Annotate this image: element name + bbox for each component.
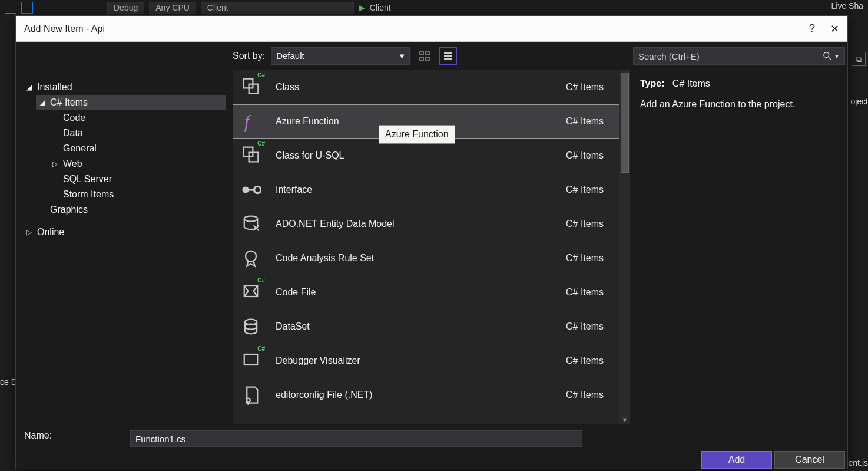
- svg-rect-1: [426, 51, 429, 55]
- tree-label: SQL Server: [63, 174, 112, 185]
- ruleset-icon: [238, 246, 264, 270]
- expander-icon[interactable]: [26, 83, 34, 91]
- close-button[interactable]: ✕: [830, 22, 839, 35]
- run-button-label[interactable]: Client: [370, 3, 391, 12]
- add-button[interactable]: Add: [701, 451, 772, 469]
- startup-project-dropdown[interactable]: Client: [201, 2, 354, 14]
- ado-icon: [238, 212, 264, 236]
- dialog-title: Add New Item - Api: [24, 24, 105, 34]
- window-icon: [21, 2, 33, 14]
- chevron-down-icon: ▼: [834, 53, 840, 60]
- template-category: C# Items: [566, 355, 604, 366]
- search-input[interactable]: Search (Ctrl+E) ▼: [633, 47, 845, 65]
- tree-node-code[interactable]: Code: [49, 110, 226, 126]
- cancel-button-label: Cancel: [795, 454, 824, 465]
- name-input[interactable]: [130, 430, 582, 447]
- description-text: Add an Azure Function to the project.: [640, 97, 838, 111]
- scrollbar[interactable]: ▲ ▼: [619, 70, 630, 424]
- type-label: Type:: [640, 78, 664, 88]
- template-label: Interface: [276, 185, 566, 195]
- tree-label: Graphics: [50, 205, 88, 215]
- expander-icon[interactable]: [26, 228, 34, 236]
- tree-node-general[interactable]: General: [49, 141, 226, 156]
- scrollbar-thumb[interactable]: [621, 73, 629, 173]
- template-category: C# Items: [566, 390, 604, 400]
- tree-node-data[interactable]: Data: [49, 126, 226, 141]
- template-label: Class: [276, 82, 566, 93]
- svg-point-7: [824, 52, 829, 58]
- template-category: C# Items: [566, 287, 604, 298]
- platform-dropdown[interactable]: Any CPU: [149, 2, 196, 14]
- template-item-editorconfig-file-net-[interactable]: editorconfig File (.NET)C# Items: [233, 378, 619, 412]
- type-value: C# Items: [672, 78, 710, 88]
- template-item-code-file[interactable]: C#Code FileC# Items: [233, 275, 619, 309]
- template-category: C# Items: [566, 82, 604, 93]
- editorconfig-icon: [238, 383, 264, 407]
- template-label: Class for U-SQL: [276, 150, 566, 161]
- svg-rect-0: [420, 51, 423, 55]
- tree-label: Online: [37, 227, 64, 238]
- template-label: Debugger Visualizer: [276, 355, 566, 366]
- template-list[interactable]: C#ClassC# ItemsfAzure FunctionC# ItemsC#…: [233, 70, 619, 424]
- tree-label: Storm Items: [63, 189, 114, 200]
- expander-icon[interactable]: [52, 160, 59, 168]
- tree-node-graphics[interactable]: Graphics: [36, 202, 226, 218]
- interface-icon: [238, 178, 264, 202]
- help-button[interactable]: ?: [809, 22, 815, 35]
- dialog-titlebar: Add New Item - Api ? ✕: [16, 16, 847, 42]
- add-new-item-dialog: Add New Item - Api ? ✕ Sort by: Default …: [15, 15, 848, 469]
- template-category: C# Items: [566, 253, 604, 264]
- tree-node-storm-items[interactable]: Storm Items: [49, 187, 226, 202]
- svg-rect-3: [426, 57, 429, 61]
- svg-point-17: [244, 216, 258, 222]
- template-list-area: C#ClassC# ItemsfAzure FunctionC# ItemsC#…: [233, 70, 631, 424]
- bg-side-text-1: oject: [850, 97, 868, 106]
- template-item-code-analysis-rule-set[interactable]: Code Analysis Rule SetC# Items: [233, 241, 619, 275]
- tree-label: Code: [63, 113, 85, 123]
- dataset-icon: [238, 315, 264, 338]
- scroll-down-icon[interactable]: ▼: [621, 416, 629, 424]
- preview-panel: Type: C# Items Add an Azure Function to …: [631, 70, 847, 424]
- expander-icon[interactable]: [39, 98, 47, 107]
- tree-node-online[interactable]: Online: [23, 225, 226, 240]
- search-placeholder: Search (Ctrl+E): [638, 51, 700, 61]
- template-label: ADO.NET Entity Data Model: [276, 219, 566, 229]
- codefile-icon: C#: [238, 281, 264, 304]
- tree-label: General: [63, 143, 97, 154]
- template-category: C# Items: [566, 321, 604, 332]
- dialog-bottom-bar: Name: Add Cancel: [16, 424, 847, 469]
- solution-explorer-collapsed-icon[interactable]: ⧉: [852, 52, 866, 66]
- view-large-icons-button[interactable]: [416, 47, 433, 65]
- tree-node-web[interactable]: Web: [49, 156, 226, 172]
- template-item-ado-net-entity-data-model[interactable]: ADO.NET Entity Data ModelC# Items: [233, 207, 619, 241]
- sortby-combo[interactable]: Default ▾: [271, 47, 410, 65]
- template-category: C# Items: [566, 219, 604, 229]
- name-label: Name:: [24, 430, 130, 441]
- svg-point-23: [246, 398, 250, 403]
- template-category: C# Items: [566, 185, 604, 195]
- vs-toolbar-right: Live Sha: [831, 1, 863, 11]
- build-config-dropdown[interactable]: Debug: [107, 2, 144, 14]
- class-icon: C#: [238, 75, 264, 99]
- live-share-label[interactable]: Live Sha: [831, 1, 863, 11]
- svg-line-8: [829, 57, 831, 60]
- search-icon[interactable]: ▼: [823, 52, 840, 60]
- tree-node-installed[interactable]: Installed: [23, 80, 226, 95]
- template-item-interface[interactable]: InterfaceC# Items: [233, 173, 619, 207]
- tree-node-sql-server[interactable]: SQL Server: [49, 172, 226, 187]
- vs-main-toolbar: Debug Any CPU Client ▶ Client: [0, 0, 868, 15]
- chevron-down-icon: ▾: [400, 51, 405, 61]
- tooltip: Azure Function: [379, 125, 455, 144]
- view-details-button[interactable]: [439, 47, 457, 65]
- sortby-value: Default: [276, 51, 304, 61]
- template-label: editorconfig File (.NET): [276, 390, 566, 400]
- template-item-class[interactable]: C#ClassC# Items: [233, 70, 619, 104]
- tree-label: Web: [63, 159, 82, 169]
- cancel-button[interactable]: Cancel: [774, 451, 845, 469]
- template-item-debugger-visualizer[interactable]: C#Debugger VisualizerC# Items: [233, 344, 619, 378]
- dialog-toolbar: Sort by: Default ▾ Search (Ctrl+E) ▼: [16, 42, 847, 70]
- tree-label: C# Items: [50, 97, 88, 108]
- template-item-dataset[interactable]: DataSetC# Items: [233, 309, 619, 344]
- tree-node-csharp-items[interactable]: C# Items: [36, 95, 226, 110]
- svg-point-16: [254, 186, 261, 193]
